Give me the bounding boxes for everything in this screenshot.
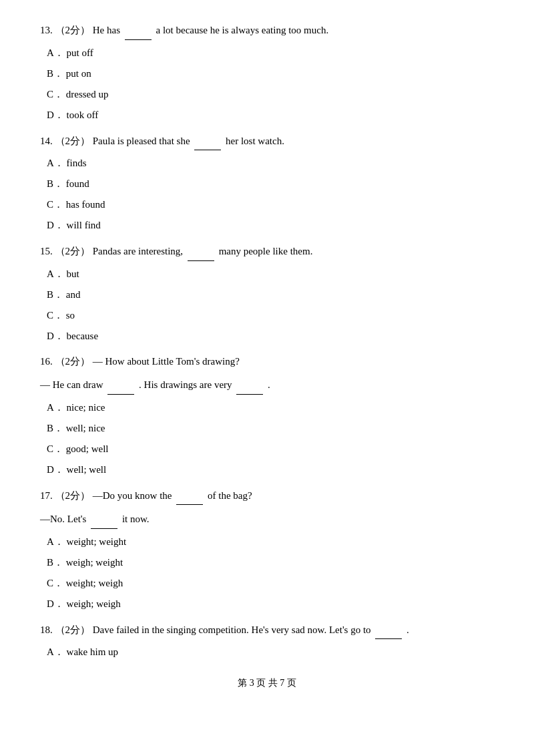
question-17-dialog2: —No. Let's it now. bbox=[40, 509, 494, 529]
question-16-dialog2-before: — He can draw bbox=[40, 379, 103, 390]
question-17-dialog2-before: —No. Let's bbox=[40, 514, 86, 524]
question-15-text: 15. （2分） Pandas are interesting, many pe… bbox=[40, 241, 494, 261]
option-17-b: B． weigh; weight bbox=[40, 554, 494, 572]
question-14-text-before: Paula is pleased that she bbox=[93, 136, 190, 146]
question-16-dialog2: — He can draw . His drawings are very . bbox=[40, 375, 494, 395]
option-15-d: D． because bbox=[40, 327, 494, 345]
question-14-number: 14. bbox=[40, 136, 53, 146]
question-14-text: 14. （2分） Paula is pleased that she her l… bbox=[40, 131, 494, 151]
question-18-points: （2分） bbox=[55, 624, 91, 635]
question-16-number: 16. bbox=[40, 356, 53, 367]
question-16-dialog1: — How about Little Tom's drawing? bbox=[93, 356, 240, 367]
question-18-number: 18. bbox=[40, 624, 53, 635]
question-13-text-before: He has bbox=[93, 25, 120, 35]
option-16-b: B． well; nice bbox=[40, 419, 494, 437]
option-15-a: A． but bbox=[40, 265, 494, 283]
question-17-points: （2分） bbox=[55, 490, 91, 501]
question-17-blank1 bbox=[176, 486, 203, 506]
option-14-c: C． has found bbox=[40, 196, 494, 214]
option-15-c: C． so bbox=[40, 307, 494, 325]
question-18-text: 18. （2分） Dave failed in the singing comp… bbox=[40, 620, 494, 640]
question-13: 13. （2分） He has a lot because he is alwa… bbox=[40, 20, 494, 124]
question-18-blank bbox=[375, 620, 402, 640]
option-17-d: D． weigh; weigh bbox=[40, 595, 494, 613]
question-18-text-before: Dave failed in the singing competition. … bbox=[93, 624, 371, 635]
question-14-text-after: her lost watch. bbox=[226, 136, 284, 146]
question-14-points: （2分） bbox=[55, 136, 91, 146]
question-13-number: 13. bbox=[40, 25, 53, 35]
option-16-c: C． good; well bbox=[40, 440, 494, 458]
question-17: 17. （2分） —Do you know the of the bag? —N… bbox=[40, 486, 494, 613]
question-13-points: （2分） bbox=[55, 25, 91, 35]
question-17-dialog2-after: it now. bbox=[122, 514, 150, 524]
question-15-text-after: many people like them. bbox=[219, 246, 313, 256]
question-15: 15. （2分） Pandas are interesting, many pe… bbox=[40, 241, 494, 345]
question-17-dialog1-after: of the bag? bbox=[208, 490, 252, 501]
option-16-d: D． well; well bbox=[40, 461, 494, 479]
question-14: 14. （2分） Paula is pleased that she her l… bbox=[40, 131, 494, 235]
option-13-d: D． took off bbox=[40, 106, 494, 124]
question-16-dialog2-end: . bbox=[268, 379, 270, 390]
question-13-text-after: a lot because he is always eating too mu… bbox=[156, 25, 329, 35]
question-13-blank bbox=[125, 20, 152, 40]
page-footer: 第 3 页 共 7 页 bbox=[40, 675, 494, 691]
question-17-blank2 bbox=[91, 509, 117, 529]
question-16-points: （2分） bbox=[55, 356, 91, 367]
option-16-a: A． nice; nice bbox=[40, 399, 494, 417]
option-13-c: C． dressed up bbox=[40, 85, 494, 104]
question-16-dialog2-middle: . His drawings are very bbox=[139, 379, 232, 390]
question-15-points: （2分） bbox=[55, 246, 91, 256]
question-15-number: 15. bbox=[40, 246, 53, 256]
option-17-a: A． weight; weight bbox=[40, 533, 494, 551]
footer-text: 第 3 页 共 7 页 bbox=[238, 678, 296, 688]
question-16-blank1 bbox=[107, 375, 134, 395]
option-17-c: C． weight; weigh bbox=[40, 574, 494, 592]
question-16-text: 16. （2分） — How about Little Tom's drawin… bbox=[40, 352, 494, 371]
question-16-blank2 bbox=[236, 375, 263, 395]
question-17-number: 17. bbox=[40, 490, 53, 501]
question-13-text: 13. （2分） He has a lot because he is alwa… bbox=[40, 20, 494, 40]
option-18-a: A． wake him up bbox=[40, 643, 494, 661]
question-15-blank bbox=[188, 241, 214, 261]
option-13-b: B． put on bbox=[40, 65, 494, 83]
question-16: 16. （2分） — How about Little Tom's drawin… bbox=[40, 352, 494, 479]
question-14-blank bbox=[194, 131, 221, 151]
option-14-a: A． finds bbox=[40, 154, 494, 172]
question-15-text-before: Pandas are interesting, bbox=[93, 246, 183, 256]
option-13-a: A． put off bbox=[40, 44, 494, 62]
question-17-text: 17. （2分） —Do you know the of the bag? bbox=[40, 486, 494, 506]
question-18-text-after: . bbox=[407, 624, 409, 635]
option-14-d: D． will find bbox=[40, 216, 494, 234]
question-18: 18. （2分） Dave failed in the singing comp… bbox=[40, 620, 494, 662]
question-17-dialog1-before: —Do you know the bbox=[93, 490, 172, 501]
option-15-b: B． and bbox=[40, 286, 494, 304]
option-14-b: B． found bbox=[40, 175, 494, 193]
